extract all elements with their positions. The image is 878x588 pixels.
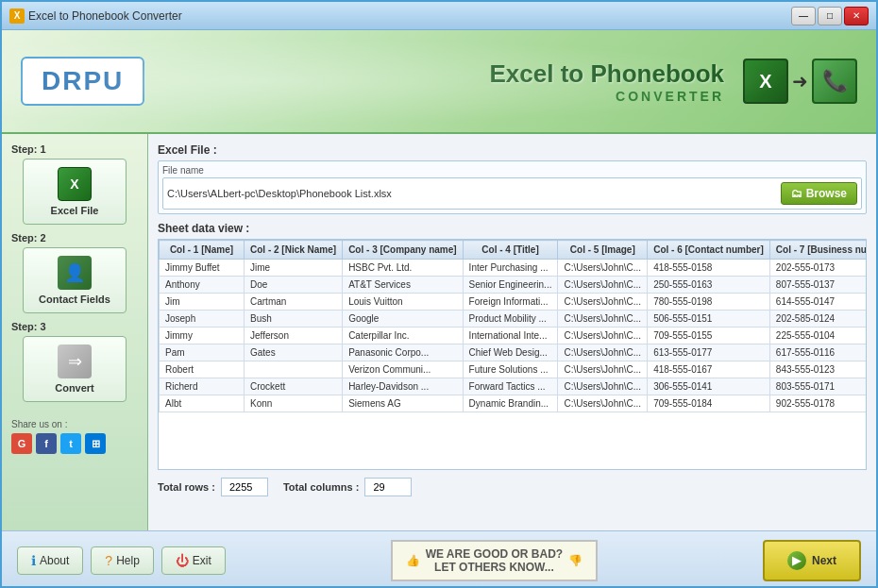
step2-section: Step: 2 👤 Contact Fields [11,232,138,313]
help-label: Help [116,554,140,567]
table-cell: Siemens AG [343,395,463,412]
titlebar-title: Excel to Phonebook Converter [28,9,182,23]
contact-fields-button[interactable]: 👤 Contact Fields [23,247,127,313]
table-cell: C:\Users\John\C... [558,311,648,328]
table-cell: 902-555-0178 [769,395,867,412]
drpu-logo: DRPU [21,57,144,106]
windows-icon[interactable]: ⊞ [85,433,106,454]
header-sub-title: CONVERTER [490,89,725,104]
browse-label: Browse [806,187,847,200]
step3-label: Step: 3 [11,321,46,332]
table-cell: C:\Users\John\C... [558,294,648,311]
total-rows-value: 2255 [221,478,268,496]
table-row: AlbtKonnSiemens AGDynamic Brandin...C:\U… [160,395,868,412]
footer: ℹ About ? Help ⏻ Exit 👍 WE ARE GOOD OR B… [2,530,876,588]
table-cell: 807-555-0137 [769,277,867,294]
share-section: Share us on : G f t ⊞ [11,419,138,454]
table-cell: Jim [160,294,245,311]
table-cell: 418-555-0158 [648,260,770,277]
titlebar-left: X Excel to Phonebook Converter [9,8,182,24]
table-header-cell: Col - 2 [Nick Name] [245,241,343,260]
excel-file-label: Excel File : [158,143,867,157]
table-cell: 709-555-0155 [648,328,770,344]
minimize-button[interactable]: — [791,7,816,25]
sidebar: Step: 1 X Excel File Step: 2 👤 Contact F… [2,134,148,530]
next-play-icon: ▶ [787,551,806,570]
table-cell: 202-555-0173 [769,260,867,277]
header-title-block: Excel to Phonebook CONVERTER [490,59,725,104]
feedback-icon-right: 👎 [568,554,583,567]
table-header-cell: Col - 7 [Business number] [769,241,867,260]
exit-button[interactable]: ⏻ Exit [161,546,226,575]
next-label: Next [812,554,836,567]
table-cell: Louis Vuitton [343,294,463,311]
table-cell: C:\Users\John\C... [558,395,648,412]
table-cell: Gates [245,344,343,361]
sheet-data-label: Sheet data view : [158,222,867,235]
table-cell: Konn [245,395,343,412]
excel-file-button[interactable]: X Excel File [23,159,127,225]
table-cell: Richerd [160,378,245,395]
table-cell: Doe [245,277,343,294]
table-cell: Panasonic Corpo... [343,344,463,361]
table-cell: Senior Engineerin... [463,277,558,294]
help-button[interactable]: ? Help [91,546,153,575]
browse-button[interactable]: 🗂 Browse [781,182,857,205]
feedback-line2: LET OTHERS KNOW... [426,561,564,574]
totals-row: Total rows : 2255 Total columns : 29 [158,478,867,496]
table-cell: Google [343,311,463,328]
table-row: RobertVerizon Communi...Future Solutions… [160,361,868,378]
table-row: AnthonyDoeAT&T ServicesSenior Engineerin… [160,277,868,294]
table-cell [245,361,343,378]
table-row: Jimmy BuffetJimeHSBC Pvt. Ltd.Inter Purc… [160,260,868,277]
table-cell: Product Mobility ... [463,311,558,328]
facebook-icon[interactable]: f [36,433,57,454]
convert-button[interactable]: ⇒ Convert [23,336,127,402]
arrow-icon: ➜ [792,70,808,92]
table-cell: C:\Users\John\C... [558,344,648,361]
table-cell: Anthony [160,277,245,294]
table-container[interactable]: Col - 1 [Name]Col - 2 [Nick Name]Col - 3… [158,239,867,470]
table-header-cell: Col - 1 [Name] [160,241,245,260]
table-cell: 780-555-0198 [648,294,770,311]
table-cell: 225-555-0104 [769,328,867,344]
step2-text: Contact Fields [39,294,110,305]
table-cell: Cartman [245,294,343,311]
table-cell: Crockett [245,378,343,395]
share-icons: G f t ⊞ [11,433,138,454]
table-row: JimCartmanLouis VuittonForeign Informati… [160,294,868,311]
table-cell: 613-555-0177 [648,344,770,361]
file-name-label: File name [162,165,862,176]
help-icon: ? [105,553,112,568]
table-cell: Robert [160,361,245,378]
total-rows-label: Total rows : [158,481,215,493]
total-columns-value: 29 [364,478,412,496]
file-path-input[interactable] [167,188,777,199]
twitter-icon[interactable]: t [60,433,81,454]
step1-label: Step: 1 [11,143,46,155]
about-button[interactable]: ℹ About [17,546,83,575]
table-cell: 617-555-0116 [769,344,867,361]
excel-file-section: Excel File : File name 🗂 Browse [158,143,867,214]
step1-text: Excel File [51,205,99,216]
about-label: About [40,554,69,567]
app-icon: X [9,8,25,24]
step1-section: Step: 1 X Excel File [11,143,138,225]
table-row: JosephBushGoogleProduct Mobility ...C:\U… [160,311,868,328]
table-cell: 306-555-0141 [648,378,770,395]
table-header-cell: Col - 6 [Contact number] [648,241,770,260]
table-cell: Albt [160,395,245,412]
maximize-button[interactable]: □ [818,7,842,25]
table-cell: 614-555-0147 [769,294,867,311]
google-plus-icon[interactable]: G [11,433,32,454]
close-button[interactable]: ✕ [844,7,869,25]
table-cell: Pam [160,344,245,361]
next-button[interactable]: ▶ Next [763,540,861,581]
header-icons: X ➜ 📞 [743,59,857,104]
table-cell: Caterpillar Inc. [343,328,463,344]
feedback-button[interactable]: 👍 WE ARE GOOD OR BAD? LET OTHERS KNOW...… [391,540,599,581]
table-cell: Bush [245,311,343,328]
table-cell: Forward Tactics ... [463,378,558,395]
total-columns-item: Total columns : 29 [283,478,412,496]
table-cell: 843-555-0123 [769,361,867,378]
